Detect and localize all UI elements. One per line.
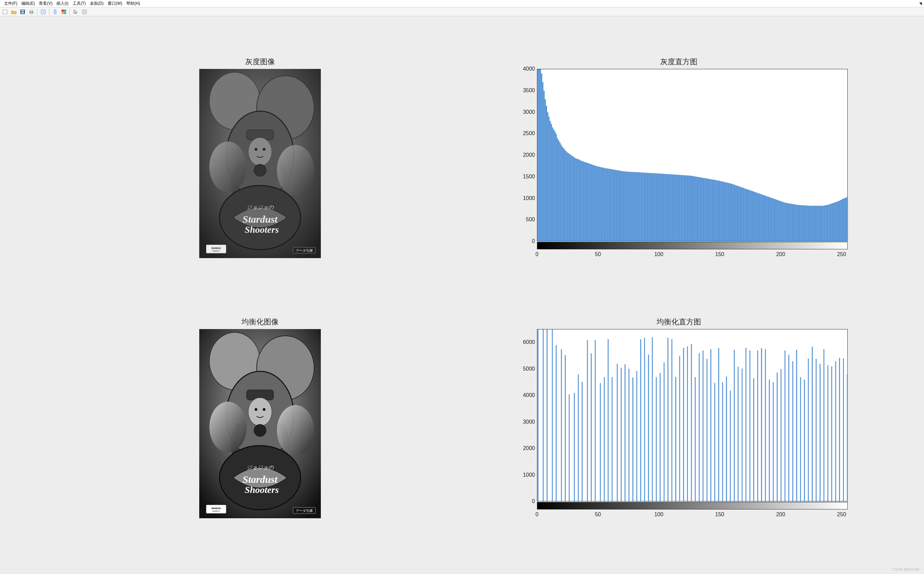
svg-rect-383 [839,358,840,502]
svg-rect-134 [661,173,661,241]
svg-rect-177 [713,180,714,241]
equalized-image: ジョジョの Stardust Shooters BANDAI NAMCO データ… [199,329,321,518]
svg-rect-124 [649,173,649,241]
menu-edit[interactable]: 编辑(E) [19,0,37,7]
menu-insert[interactable]: 插入(I) [54,0,70,7]
svg-rect-261 [815,206,816,241]
svg-rect-167 [701,178,702,241]
svg-rect-248 [800,205,800,241]
print-button[interactable] [28,8,35,16]
svg-rect-364 [765,349,766,502]
svg-rect-314 [565,355,566,502]
svg-rect-313 [561,349,562,502]
svg-rect-375 [808,358,809,502]
svg-rect-334 [648,355,649,502]
svg-rect-332 [640,339,641,502]
svg-rect-219 [764,196,765,241]
svg-rect-284 [843,199,844,242]
svg-rect-196 [736,186,737,241]
svg-rect-188 [726,183,727,241]
svg-rect-354 [726,377,727,502]
open-button[interactable] [10,8,17,16]
svg-rect-330 [633,378,633,502]
menu-window[interactable]: 窗口(W) [106,0,124,7]
menu-view[interactable]: 查看(V) [37,0,54,7]
svg-rect-333 [644,338,645,502]
svg-rect-105 [625,172,626,241]
svg-rect-263 [818,206,819,241]
y-tick-label: 3000 [511,109,535,115]
x-tick-label: 250 [835,251,848,257]
menu-bar: 文件(F) 编辑(E) 查看(V) 插入(I) 工具(T) 桌面(D) 窗口(W… [0,0,924,8]
svg-rect-59 [569,154,570,241]
y-tick-label: 5000 [511,366,535,372]
dock-arrow-icon[interactable]: ◥ [919,2,922,5]
subplot-title: 均衡化直方图 [500,317,858,327]
svg-rect-145 [674,175,675,241]
svg-rect-176 [711,180,713,241]
svg-rect-207 [749,190,751,241]
svg-rect-337 [660,373,661,502]
svg-rect-239 [788,203,789,241]
svg-rect-217 [762,195,763,241]
svg-rect-54 [563,148,564,241]
y-tick-label: 1000 [511,472,535,478]
save-button[interactable] [19,8,26,16]
svg-rect-72 [585,162,586,241]
svg-rect-258 [812,206,812,241]
svg-rect-101 [620,171,622,241]
svg-rect-320 [591,353,592,502]
menu-tools[interactable]: 工具(T) [71,0,88,7]
svg-rect-43 [550,121,551,241]
svg-rect-55 [564,150,565,241]
svg-rect-175 [711,180,711,241]
insert-colorbar-button[interactable] [81,8,88,16]
svg-rect-201 [742,188,743,241]
svg-rect-325 [612,377,612,502]
data-cursor-button[interactable] [60,8,68,16]
svg-rect-229 [776,200,777,241]
svg-rect-376 [812,347,812,502]
svg-rect-240 [790,204,790,241]
x-tick-label: 100 [652,511,666,517]
menu-file[interactable]: 文件(F) [2,0,19,7]
menu-help[interactable]: 帮助(H) [124,0,142,7]
svg-rect-95 [613,170,614,241]
svg-rect-125 [649,173,650,241]
x-tick-label: 200 [774,251,787,257]
svg-rect-103 [623,171,624,241]
pointer-button[interactable] [72,8,79,16]
svg-rect-373 [800,377,801,502]
svg-rect-377 [816,359,817,502]
subplot-title: 灰度直方图 [500,57,858,67]
x-tick-label: 0 [530,251,544,257]
subplot-title: 灰度图像 [189,57,331,67]
zoom-button[interactable] [39,8,47,16]
svg-text:ジョジョの: ジョジョの [247,465,274,470]
svg-rect-338 [664,363,664,502]
svg-rect-160 [692,176,693,241]
svg-rect-142 [671,174,671,241]
svg-rect-150 [680,175,681,241]
svg-rect-322 [600,383,601,502]
svg-rect-102 [622,171,622,241]
rotate-button[interactable] [51,8,59,16]
svg-rect-57 [567,152,568,241]
svg-rect-259 [813,206,814,241]
svg-rect-242 [792,204,793,241]
svg-rect-197 [737,186,738,241]
svg-rect-100 [619,170,620,241]
y-tick-label: 2000 [511,445,535,451]
svg-rect-92 [609,169,610,241]
svg-rect-378 [820,364,820,502]
new-figure-button[interactable] [2,8,9,16]
svg-rect-132 [658,173,659,241]
svg-rect-352 [718,348,719,502]
svg-rect-266 [821,206,822,241]
svg-rect-351 [714,383,715,502]
svg-rect-82 [597,167,598,241]
svg-rect-379 [824,349,824,502]
svg-rect-96 [614,170,615,241]
menu-desktop[interactable]: 桌面(D) [88,0,106,7]
gradient-colorbar [537,502,848,509]
